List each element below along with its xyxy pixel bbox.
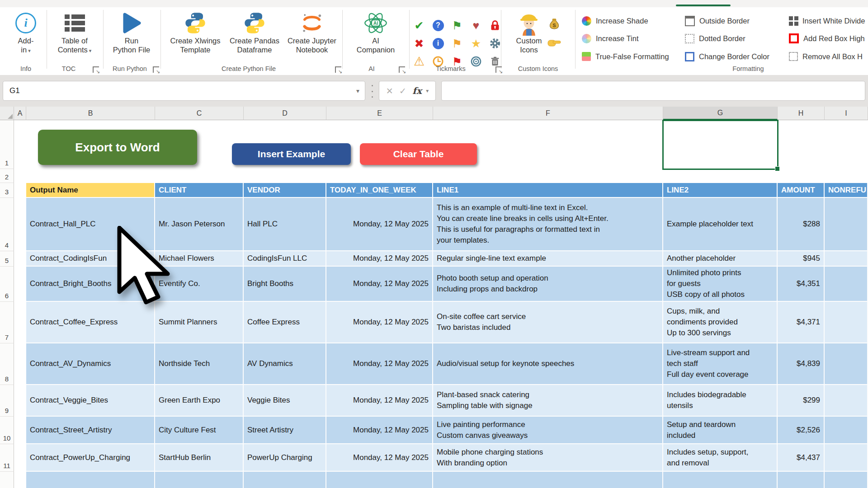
cell-line2[interactable]: Includes setup, support, and removal — [663, 444, 778, 472]
name-box[interactable]: G1 ▾ — [3, 81, 365, 101]
column-header-i[interactable]: I — [825, 107, 868, 120]
run-python-file-button[interactable]: Run Python File — [100, 10, 163, 54]
column-header-f[interactable]: F — [433, 107, 663, 120]
cell-date[interactable]: Monday, 12 May 2025 — [326, 417, 433, 444]
cell-date[interactable]: Monday, 12 May 2025 — [326, 385, 433, 417]
header-amount[interactable]: AMOUNT — [778, 183, 825, 198]
cell-nonrefundable[interactable] — [825, 385, 868, 417]
fill-handle[interactable] — [775, 166, 780, 171]
cell-date[interactable]: Monday, 12 May 2025 — [326, 198, 433, 251]
column-header-h[interactable]: H — [778, 107, 825, 120]
cell-vendor[interactable]: Zen Tent — [244, 472, 326, 488]
blue-info-icon[interactable]: i — [429, 34, 448, 52]
table-of-contents-button[interactable]: Table of Contents▾ — [43, 10, 106, 55]
cell-amount[interactable]: $3,964 — [778, 472, 825, 488]
cell-vendor[interactable]: Veggie Bites — [244, 385, 326, 417]
cell-date[interactable]: Monday, 12 May 2025 — [326, 302, 433, 343]
cell-client[interactable]: Wellness Now — [155, 472, 244, 488]
row-header-4[interactable]: 4 — [0, 198, 14, 251]
export-to-word-button[interactable]: Export to Word — [38, 130, 197, 165]
cell-amount[interactable]: $4,437 — [778, 444, 825, 472]
column-header-a[interactable]: A — [14, 107, 26, 120]
header-line2[interactable]: LINE2 — [663, 183, 778, 198]
cell-line2[interactable]: Setup and teardown included — [663, 417, 778, 444]
insert-example-button[interactable]: Insert Example — [232, 143, 351, 165]
cell-nonrefundable[interactable] — [825, 417, 868, 444]
cell-nonrefundable[interactable] — [825, 198, 868, 251]
cell-line2[interactable]: Another placeholder — [663, 251, 778, 267]
cell-line2[interactable]: Unlimited photo prints for guests USB co… — [663, 267, 778, 302]
select-all-corner[interactable] — [0, 107, 14, 120]
create-xlwings-template-button[interactable]: Create Xlwings Template — [164, 10, 227, 54]
cell-line1[interactable]: Live painting performance Custom canvas … — [433, 417, 663, 444]
column-header-d[interactable]: D — [244, 107, 326, 120]
column-header-e[interactable]: E — [326, 107, 433, 120]
money-bag-icon[interactable]: S — [548, 17, 561, 32]
cell-amount[interactable]: $4,371 — [778, 302, 825, 343]
cell-line1[interactable]: Photo booth setup and operation Includin… — [433, 267, 663, 302]
blue-question-icon[interactable]: ? — [429, 16, 448, 34]
cell-line2[interactable]: Example placeholder text — [663, 198, 778, 251]
cell-amount[interactable]: $299 — [778, 385, 825, 417]
create-jupyter-notebook-button[interactable]: Create Jupyter Notebook — [280, 10, 344, 54]
dialog-launcher-icon[interactable]: ↘ — [335, 66, 341, 73]
cell-line1[interactable]: Plant-based snack catering Sampling tabl… — [433, 385, 663, 417]
green-flag-icon[interactable]: ⚑ — [448, 16, 467, 34]
row-header-11[interactable]: 11 — [0, 444, 14, 472]
orange-flag-icon[interactable]: ⚑ — [448, 34, 467, 52]
dialog-launcher-icon[interactable]: ↘ — [153, 66, 159, 73]
row-header-8[interactable]: 8 — [0, 343, 14, 385]
cell-date[interactable]: Monday, 12 May 2025 — [326, 444, 433, 472]
cell-line1[interactable]: Outdoor meditation tent setup — [433, 472, 663, 488]
formula-bar-divider-dots[interactable] — [371, 85, 373, 98]
cell-line1[interactable]: Regular single-line text example — [433, 251, 663, 267]
cell-date[interactable]: Monday, 12 May 2025 — [326, 343, 433, 385]
increase-tint-button[interactable]: Increase Tint — [582, 31, 638, 46]
pointing-hand-icon[interactable] — [547, 37, 561, 50]
insert-function-icon[interactable]: fx — [412, 85, 422, 96]
cell-line2[interactable]: Up to 8 hours coverage — [663, 472, 778, 488]
selected-cell-g1[interactable] — [662, 120, 778, 170]
row-header-2[interactable]: 2 — [0, 169, 14, 183]
cell-output[interactable]: Contract_AV_Dynamics — [26, 343, 155, 385]
clear-table-button[interactable]: Clear Table — [360, 143, 477, 165]
cell-client[interactable]: Green Earth Expo — [155, 385, 244, 417]
header-client[interactable]: CLIENT — [155, 183, 244, 198]
cell-line2[interactable]: Cups, milk, and condiments provided Up t… — [663, 302, 778, 343]
cell-amount[interactable]: $2,526 — [778, 417, 825, 444]
cell-client[interactable]: Northside Tech — [155, 343, 244, 385]
ai-companion-button[interactable]: AI AI Companion — [344, 10, 407, 54]
cell-line1[interactable]: Audio/visual setup for keynote speeches — [433, 343, 663, 385]
header-line1[interactable]: LINE1 — [433, 183, 663, 198]
cell-vendor[interactable]: AV Dynamics — [244, 343, 326, 385]
column-header-g-selected[interactable]: G — [663, 107, 778, 120]
dialog-launcher-icon[interactable]: ↘ — [495, 66, 502, 73]
enter-icon[interactable]: ✓ — [399, 86, 406, 96]
cell-amount[interactable]: $288 — [778, 198, 825, 251]
row-header-1[interactable]: 1 — [0, 120, 14, 169]
cell-line1[interactable]: On-site coffee cart service Two baristas… — [433, 302, 663, 343]
dotted-border-button[interactable]: Dotted Border — [685, 31, 745, 46]
cell-output[interactable]: Contract_Zen_Tent — [26, 472, 155, 488]
cell-vendor[interactable]: Coffee Express — [244, 302, 326, 343]
chevron-down-icon[interactable]: ▾ — [356, 87, 365, 94]
cell-nonrefundable[interactable] — [825, 251, 868, 267]
warning-triangle-icon[interactable]: ⚠ — [410, 52, 429, 70]
cell-date[interactable]: Monday, 12 May 2025 — [326, 251, 433, 267]
increase-shade-button[interactable]: Increase Shade — [582, 13, 648, 28]
cell-amount[interactable]: $4,839 — [778, 343, 825, 385]
green-check-icon[interactable]: ✔ — [410, 16, 429, 34]
cell-nonrefundable[interactable] — [825, 472, 868, 488]
outside-border-button[interactable]: Outside Border — [685, 13, 750, 28]
cell-line2[interactable]: Includes biodegradable utensils — [663, 385, 778, 417]
cell-output[interactable]: Contract_Coffee_Express — [26, 302, 155, 343]
header-vendor[interactable]: VENDOR — [244, 183, 326, 198]
cell-output[interactable]: Contract_PowerUp_Charging — [26, 444, 155, 472]
column-header-c[interactable]: C — [155, 107, 244, 120]
cell-output[interactable]: Contract_Street_Artistry — [26, 417, 155, 444]
create-pandas-dataframe-button[interactable]: Create Pandas Dataframe — [223, 10, 286, 54]
cell-client[interactable]: StartHub Berlin — [155, 444, 244, 472]
header-today-in-one-week[interactable]: TODAY_IN_ONE_WEEK — [326, 183, 433, 198]
row-header-9[interactable]: 9 — [0, 385, 14, 417]
cell-date[interactable]: Monday, 12 May 2025 — [326, 267, 433, 302]
